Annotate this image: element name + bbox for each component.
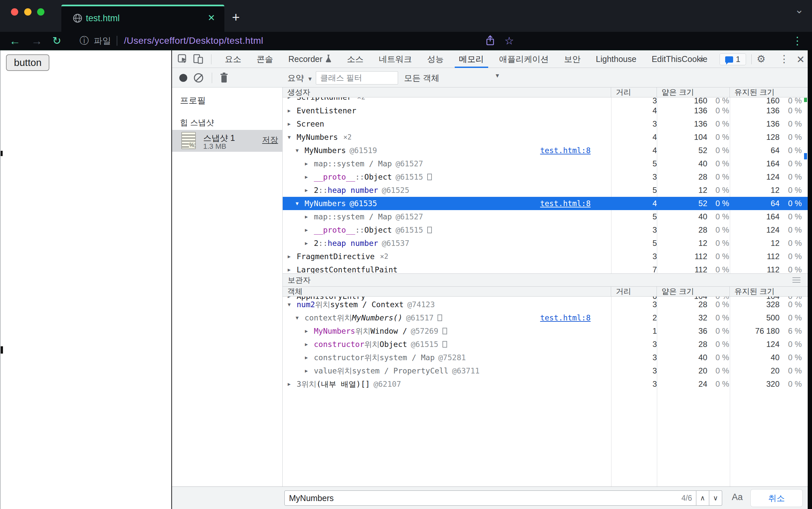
- snapshot-list-item[interactable]: % 스냅샷 1 1.3 MB 저장: [172, 130, 283, 152]
- maximize-window-button[interactable]: [37, 8, 44, 15]
- retainers-splitter-bar[interactable]: 보관자: [283, 273, 808, 286]
- browser-tab[interactable]: test.html ✕: [61, 5, 224, 32]
- table-row[interactable]: ▶FragmentDirective×231120 %1120 %: [283, 250, 808, 263]
- table-row[interactable]: ▶constructor 위치 system / Map@752813400 %…: [283, 351, 808, 364]
- share-icon[interactable]: [484, 32, 496, 50]
- devtools-tab-콘솔[interactable]: 콘솔: [249, 50, 281, 68]
- column-header-object[interactable]: 객체: [283, 286, 611, 296]
- row-text-segment: 3: [297, 380, 301, 388]
- table-row[interactable]: ▶constructor 위치 Object@615153280 %1240 %: [283, 338, 808, 351]
- drag-grip-icon[interactable]: [792, 277, 801, 283]
- column-header-retained-size[interactable]: 유지된 크기: [730, 88, 804, 97]
- row-text-segment: MyNumbers: [297, 133, 338, 141]
- table-row[interactable]: ▶__proto__ :: Object@615153280 %1240 %: [283, 170, 808, 183]
- forward-button[interactable]: →: [31, 32, 42, 50]
- devtools-tab-보안[interactable]: 보안: [556, 50, 588, 68]
- page-info-icon[interactable]: ⓘ: [79, 32, 89, 50]
- tree-collapse-icon[interactable]: ▼: [296, 201, 302, 206]
- more-tabs-icon[interactable]: »: [699, 53, 705, 64]
- tree-collapse-icon[interactable]: ▼: [288, 134, 294, 140]
- column-header-distance[interactable]: 거리: [611, 286, 657, 296]
- page-button[interactable]: button: [6, 54, 49, 71]
- table-row[interactable]: ▶2 :: heap number@615375120 %120 %: [283, 237, 808, 250]
- table-row[interactable]: ▶map :: system / Map@615275400 %1640 %: [283, 210, 808, 223]
- devtools-tab-Recorder[interactable]: Recorder: [281, 50, 339, 68]
- source-link[interactable]: test.html:8: [540, 313, 590, 322]
- table-row[interactable]: ▶map :: system / Map@615275400 %1640 %: [283, 157, 808, 170]
- shallow-size-cell: 1040 %: [661, 133, 734, 142]
- browser-menu-icon[interactable]: ⋮: [792, 32, 803, 50]
- tree-collapse-icon[interactable]: ▼: [288, 302, 294, 308]
- table-row[interactable]: ▼MyNumbers×241040 %1280 %: [283, 131, 808, 144]
- class-filter-input[interactable]: [316, 71, 398, 84]
- view-mode-select[interactable]: 요약▼: [287, 73, 313, 83]
- table-row[interactable]: ▼MyNumbers@61519test.html:84520 %640 %: [283, 144, 808, 157]
- issues-button[interactable]: 1: [719, 53, 746, 65]
- table-row[interactable]: ▶EventListener41360 %1360 %: [283, 104, 808, 117]
- tree-expand-icon[interactable]: ▶: [288, 97, 294, 100]
- tree-expand-icon[interactable]: ▶: [305, 187, 311, 193]
- tree-expand-icon[interactable]: ▶: [288, 108, 294, 114]
- tree-expand-icon[interactable]: ▶: [305, 240, 311, 246]
- minimize-window-button[interactable]: [24, 8, 32, 15]
- table-row[interactable]: ▶__proto__ :: Object@615153280 %1240 %: [283, 223, 808, 237]
- table-row[interactable]: ▶value 위치 system / PropertyCell@63711320…: [283, 364, 808, 377]
- shallow-size-cell: 280 %: [661, 225, 734, 235]
- tree-expand-icon[interactable]: ▶: [305, 354, 311, 361]
- devtools-menu-icon[interactable]: ⋮: [779, 53, 789, 65]
- devtools-tab-메모리[interactable]: 메모리: [451, 50, 492, 68]
- inspect-element-icon[interactable]: [177, 54, 188, 66]
- tree-expand-icon[interactable]: ▶: [305, 174, 311, 180]
- bookmark-star-icon[interactable]: ☆: [504, 32, 514, 50]
- table-row[interactable]: ▶2 :: heap number@615255120 %120 %: [283, 183, 808, 197]
- table-row[interactable]: ▶ScriptRunner×231600 %1600 %: [283, 97, 808, 104]
- tab-close-icon[interactable]: ✕: [207, 12, 215, 23]
- clear-profiles-icon[interactable]: [194, 73, 203, 82]
- column-header-distance[interactable]: 거리: [611, 88, 657, 97]
- devtools-settings-gear-icon[interactable]: ⚙: [757, 53, 766, 65]
- column-header-retained-size[interactable]: 유지된 크기: [730, 286, 804, 296]
- back-button[interactable]: ←: [9, 32, 21, 50]
- column-header-shallow-size[interactable]: 얕은 크기: [657, 88, 730, 97]
- tree-expand-icon[interactable]: ▶: [288, 121, 294, 127]
- close-window-button[interactable]: [11, 8, 18, 15]
- device-toolbar-icon[interactable]: [193, 54, 204, 66]
- tree-expand-icon[interactable]: ▶: [288, 381, 294, 387]
- devtools-tab-요소[interactable]: 요소: [217, 50, 249, 68]
- tree-expand-icon[interactable]: ▶: [305, 328, 311, 334]
- address-bar-url[interactable]: /Users/yceffort/Desktop/test.html: [124, 32, 264, 50]
- table-row[interactable]: ▼context 위치 MyNumbers()@61517test.html:8…: [283, 311, 808, 325]
- table-row[interactable]: ▶MyNumbers 위치 Window /@572691360 %76 180…: [283, 325, 808, 338]
- column-header-constructor[interactable]: 생성자: [283, 88, 611, 97]
- devtools-close-icon[interactable]: ✕: [797, 54, 805, 65]
- snapshot-save-link[interactable]: 저장: [262, 135, 278, 145]
- tree-expand-icon[interactable]: ▶: [305, 227, 311, 233]
- table-row[interactable]: ▶3 위치 (내부 배열)[]@621073240 %3200 %: [283, 377, 808, 391]
- tree-expand-icon[interactable]: ▶: [305, 161, 311, 167]
- devtools-tab-성능[interactable]: 성능: [419, 50, 451, 68]
- source-link[interactable]: test.html:8: [540, 199, 590, 208]
- devtools-tab-Lighthouse[interactable]: Lighthouse: [588, 50, 644, 68]
- table-row[interactable]: ▼MyNumbers@61535test.html:84520 %640 %: [283, 197, 808, 210]
- tab-search-chevron-icon[interactable]: ⌄: [795, 3, 804, 16]
- record-heap-snapshot-button[interactable]: [179, 74, 187, 82]
- devtools-tab-네트워크[interactable]: 네트워크: [371, 50, 419, 68]
- column-header-shallow-size[interactable]: 얕은 크기: [657, 286, 730, 296]
- object-filter-select[interactable]: 모든 객체▼: [404, 73, 500, 83]
- devtools-tab-애플리케이션[interactable]: 애플리케이션: [492, 50, 556, 68]
- tree-expand-icon[interactable]: ▶: [305, 214, 311, 220]
- tree-collapse-icon[interactable]: ▼: [296, 315, 302, 321]
- tree-expand-icon[interactable]: ▶: [288, 267, 294, 273]
- reload-button[interactable]: ↻: [53, 32, 61, 50]
- tree-expand-icon[interactable]: ▶: [288, 253, 294, 260]
- tree-expand-icon[interactable]: ▶: [305, 341, 311, 347]
- tree-collapse-icon[interactable]: ▼: [296, 147, 302, 154]
- new-tab-button[interactable]: +: [232, 10, 240, 25]
- devtools-tab-소스[interactable]: 소스: [339, 50, 371, 68]
- source-link[interactable]: test.html:8: [540, 146, 590, 155]
- table-row[interactable]: ▼num2 위치 system / Context@741233280 %328…: [283, 298, 808, 311]
- row-text-segment: Object: [364, 173, 392, 181]
- delete-profile-trash-icon[interactable]: [219, 72, 229, 85]
- tree-expand-icon[interactable]: ▶: [305, 368, 311, 374]
- table-row[interactable]: ▶Screen31360 %1360 %: [283, 117, 808, 131]
